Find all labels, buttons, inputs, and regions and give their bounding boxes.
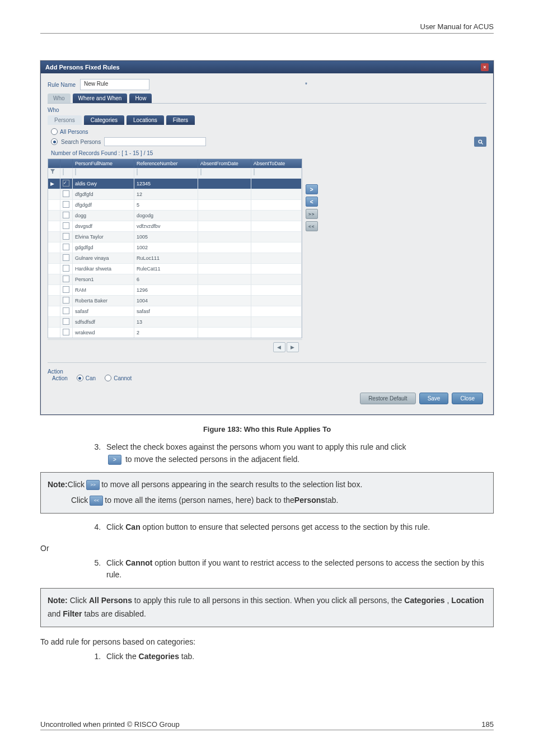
footer-page-number: 185 <box>481 720 494 729</box>
doc-title: User Manual for ACUS <box>420 22 494 31</box>
note-move-buttons: Note: Click >> to move all persons appea… <box>40 472 494 514</box>
row-checkbox[interactable] <box>63 222 69 229</box>
col-person-full-name[interactable]: PersonFullName <box>73 159 134 168</box>
window-titlebar: Add Persons Fixed Rules × <box>41 61 493 73</box>
filter-icon[interactable] <box>48 168 60 178</box>
rule-name-label: Rule Name <box>48 82 76 88</box>
table-row[interactable]: Gulnare vinayaRuLoc111 <box>48 253 302 263</box>
table-row[interactable]: wrakewd2 <box>48 327 302 338</box>
filter-refno[interactable] <box>137 169 138 175</box>
action-label: Action <box>52 375 68 381</box>
table-row[interactable]: Elvina Taylor1005 <box>48 231 302 242</box>
action-legend: Action <box>48 368 486 375</box>
app-window: Add Persons Fixed Rules × Rule Name New … <box>40 60 494 415</box>
step-4: Click Can option button to ensure that s… <box>103 521 494 534</box>
persons-results-grid: PersonFullName ReferenceNumber AbsentFro… <box>48 158 302 338</box>
table-row[interactable]: dsvgsdfvdfzvzdfbv <box>48 221 302 231</box>
step-5: Click Cannot option button if you want t… <box>103 557 494 581</box>
search-button[interactable] <box>474 137 486 147</box>
subtab-categories[interactable]: Categories <box>84 115 124 125</box>
filter-fullname[interactable] <box>75 169 76 175</box>
radio-search-persons-label: Search Persons <box>61 139 101 145</box>
table-row[interactable]: Roberta Baker1004 <box>48 295 302 306</box>
tab-who[interactable]: Who <box>48 94 71 103</box>
radio-search-persons[interactable] <box>51 138 58 145</box>
page-header: User Manual for ACUS <box>40 22 494 34</box>
radio-cannot[interactable] <box>105 375 111 381</box>
svg-line-1 <box>481 142 483 144</box>
table-row[interactable]: dfgdgdf5 <box>48 199 302 210</box>
move-all-right-button[interactable]: >> <box>306 209 318 219</box>
row-checkbox[interactable] <box>63 233 69 240</box>
footer-left: Uncontrolled when printed © RISCO Group <box>40 720 180 729</box>
table-row[interactable]: sdfsdfsdf13 <box>48 316 302 327</box>
row-checkbox[interactable] <box>63 190 69 197</box>
tab-how[interactable]: How <box>129 94 152 103</box>
figure-caption: Figure 183: Who this Rule Applies To <box>40 425 494 433</box>
row-checkbox[interactable] <box>63 244 69 250</box>
table-row[interactable]: Hardikar shwetaRuleCat11 <box>48 263 302 274</box>
table-row[interactable]: doggdogodg <box>48 210 302 221</box>
table-row[interactable]: Person16 <box>48 274 302 284</box>
col-reference-number[interactable]: ReferenceNumber <box>134 159 198 168</box>
move-left-button[interactable]: < <box>306 197 318 207</box>
or-label: Or <box>40 544 494 553</box>
window-title: Add Persons Fixed Rules <box>45 64 120 71</box>
table-row[interactable]: gdgdfgd1002 <box>48 242 302 253</box>
window-close-icon[interactable]: × <box>481 63 489 71</box>
filter-checkbox[interactable] <box>63 169 64 175</box>
search-input[interactable] <box>104 137 206 146</box>
row-checkbox[interactable] <box>63 329 69 335</box>
rule-name-input[interactable]: New Rule <box>80 79 149 90</box>
restore-default-button[interactable]: Restore Default <box>360 393 415 404</box>
subtab-filters[interactable]: Filters <box>166 115 195 125</box>
step-cat-1: Click the Categories tab. <box>103 651 494 663</box>
tab-where-and-when[interactable]: Where and When <box>73 94 128 103</box>
table-row[interactable]: dfgdfgfd12 <box>48 189 302 199</box>
radio-all-persons[interactable] <box>51 128 58 135</box>
records-found-label: Number of Records Found : [ 1 - 15 ] / 1… <box>51 150 486 156</box>
note-all-persons: Note: Click All Persons to apply this ru… <box>40 588 494 627</box>
row-checkbox[interactable] <box>63 318 69 325</box>
close-button[interactable]: Close <box>452 393 483 404</box>
add-rule-categories-intro: To add rule for persons based on categor… <box>40 637 494 646</box>
move-all-left-button[interactable]: << <box>306 221 318 231</box>
note-prefix: Note: <box>48 478 68 492</box>
row-checkbox[interactable] <box>63 286 69 293</box>
subtab-locations[interactable]: Locations <box>127 115 164 125</box>
table-row[interactable]: RAM1296 <box>48 284 302 295</box>
pager-next-button[interactable]: ▶ <box>287 342 299 352</box>
subtab-persons[interactable]: Persons <box>48 115 82 125</box>
move-all-left-inline-icon: << <box>90 496 103 506</box>
row-checkbox[interactable] <box>63 212 69 218</box>
svg-point-0 <box>479 140 482 143</box>
radio-can[interactable] <box>77 375 83 381</box>
radio-all-persons-label: All Persons <box>60 129 88 135</box>
row-checkbox[interactable] <box>63 307 69 314</box>
move-right-inline-icon: > <box>108 455 121 465</box>
row-checkbox[interactable] <box>63 180 69 186</box>
radio-cannot-label: Cannot <box>114 375 132 381</box>
step-3: Select the check boxes against the perso… <box>103 441 494 465</box>
row-checkbox[interactable] <box>63 201 69 208</box>
save-button[interactable]: Save <box>419 393 449 404</box>
row-checkbox[interactable] <box>63 297 69 304</box>
col-absent-to-date[interactable]: AbsentToDate <box>251 159 302 168</box>
page-footer: Uncontrolled when printed © RISCO Group … <box>40 720 494 730</box>
row-checkbox[interactable] <box>63 254 69 261</box>
filter-absentto[interactable] <box>254 169 255 175</box>
move-right-button[interactable]: > <box>306 184 318 194</box>
search-icon <box>477 139 484 145</box>
row-checkbox[interactable] <box>63 265 69 272</box>
pager-prev-button[interactable]: ◀ <box>273 342 285 352</box>
table-row[interactable]: ▶aldis Gwy12345 <box>48 178 302 189</box>
col-absent-from-date[interactable]: AbsentFromDate <box>198 159 251 168</box>
move-all-right-inline-icon: >> <box>86 480 100 490</box>
radio-can-label: Can <box>86 375 96 381</box>
row-checkbox[interactable] <box>63 276 69 282</box>
filter-absentfrom[interactable] <box>200 169 202 175</box>
required-star-icon: * <box>305 82 307 88</box>
table-row[interactable]: safasfsafasf <box>48 306 302 316</box>
who-section-label: Who <box>48 107 486 113</box>
grid-pager: ◀ ▶ <box>48 339 302 354</box>
